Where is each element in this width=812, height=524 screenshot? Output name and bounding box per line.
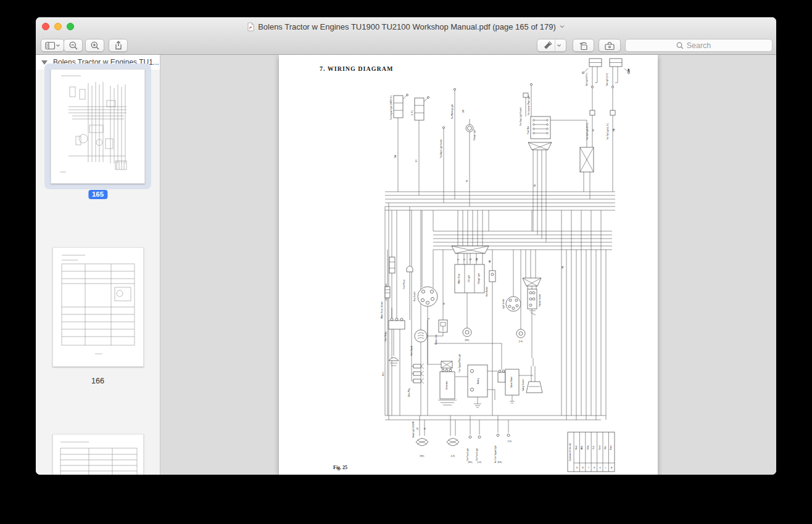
zoom-out-button[interactable] [64, 39, 83, 52]
legend-color-letter: B [576, 467, 578, 469]
legend-color-name: Black [575, 445, 578, 449]
thumbnail-table-sketch [53, 248, 143, 366]
license-plate-light-label: For License Plate Light [528, 96, 530, 115]
legend-color-name: Brown [610, 445, 612, 450]
charge-light-top-label: Charge Light [473, 129, 476, 141]
zoom-in-button[interactable] [85, 39, 104, 52]
magnifier-plus-icon [90, 41, 100, 51]
water-temp-label: Water Temp [458, 273, 460, 284]
turn-signal-rh-label: Turn Signal Light 25W (R.H.) [390, 96, 392, 120]
markup-button[interactable] [537, 39, 566, 52]
head-light-label: Head Light 25/25W [412, 422, 415, 438]
chevron-down-icon[interactable] [557, 44, 561, 47]
wire-code: 1300 [462, 110, 465, 113]
for-front-light-rh-label: For Front Light [466, 448, 469, 461]
wire-code: YR [443, 303, 445, 305]
component-horn-flasher-group: Horn Relay Horn Signal Flasher Unit Turn… [384, 318, 525, 372]
legend-color-name: White [581, 445, 583, 449]
legend-color-letter: Y [588, 467, 589, 469]
chevron-down-icon [56, 44, 60, 47]
pilot-lh-label: (L.H.) [519, 340, 523, 343]
starter-motor-label: Starter Motor [510, 377, 513, 388]
light-switch-label: Light Switch [502, 298, 505, 309]
tail-light-rh-label: Tail Light (R.H.) [586, 73, 588, 86]
legend-color-letter: R [594, 467, 595, 469]
component-head-lights: Head Light 25/25W (R.H.) (L.H.) For Fron… [412, 422, 512, 464]
pdf-document-icon [247, 22, 255, 31]
stop-light-switch-label: For Stop Light Switch [520, 107, 522, 126]
flasher-switch-label: Flasher Switch [539, 294, 541, 307]
sidebar-view-button[interactable] [41, 39, 64, 52]
for-front-light-lh-label: For Front Light [476, 448, 478, 461]
title-proxy-chevron-icon[interactable] [559, 24, 565, 29]
wire-code: GW [394, 155, 397, 158]
thumbnail-table-sketch [53, 435, 143, 475]
for-tail-light-lh-label: For Tail Light (L.H.) [607, 123, 609, 139]
fuse-box-label: Fuse Box [527, 126, 529, 134]
titlebar: Bolens Tractor w Engines TU1900 TU2100 W… [36, 17, 776, 36]
head-light-rh-label: (R.H.) [420, 455, 425, 457]
turn-conn-lh-tag: (L.H.) [508, 440, 512, 443]
markup-pen-icon [542, 41, 553, 50]
share-icon [113, 40, 123, 51]
wire-code: YB [466, 180, 468, 182]
front-light-lh-tag: (L.H.) [478, 461, 482, 464]
thumbnail-page-next[interactable] [52, 434, 144, 475]
wiring-diagram: Turn Signal Light 25W (R.H.) (L.H.) For … [279, 55, 658, 475]
legend-color-name: Yellow [587, 445, 589, 450]
legend-color-name: Blue [604, 446, 607, 449]
thumbnail-page-166[interactable] [52, 247, 144, 367]
rotate-left-icon [578, 41, 589, 51]
markup-toolbar-button[interactable] [599, 39, 621, 52]
search-field[interactable] [625, 39, 773, 52]
wire-code: GW [476, 258, 478, 261]
thumbnail-page-165[interactable] [51, 69, 145, 184]
wire-code: WB [489, 260, 491, 263]
horn-button-label: Horn Button [486, 286, 488, 297]
legend-color-letter: G [600, 467, 601, 469]
page-number-badge: 165 [88, 190, 107, 199]
oil-light-label: Oil Light [468, 275, 470, 282]
generator-label: Generator [445, 381, 448, 390]
search-input[interactable] [626, 41, 772, 51]
mouse-cursor [628, 68, 630, 72]
legend-title: Explanation of color code [569, 443, 571, 461]
safety-switch-label: Safety Switch [522, 379, 524, 391]
wire-code: B [457, 259, 460, 260]
back-light-switch-label: For Back Light Switch [440, 139, 442, 158]
wire-code: RW [613, 128, 615, 131]
wire-code: YL [463, 258, 466, 261]
share-button[interactable] [109, 39, 128, 52]
wire-code: RY [592, 129, 595, 131]
component-tail-lights: Tail Light (R.H.) Tail Light (L.H.) For … [582, 59, 630, 139]
component-light-switches: Light Switch Flasher Switch [502, 278, 541, 315]
component-top-connectors: For Working Light For Back Light Switch … [440, 83, 532, 158]
horn-label: Horn [382, 372, 384, 376]
head-light-lh-label: (L.H.) [451, 455, 455, 457]
magnifier-minus-icon [68, 41, 78, 51]
working-light-label: For Working Light [451, 104, 454, 119]
thumbnail-sidebar: Bolens Tractor w Engines TU1... [36, 55, 160, 475]
rotate-button[interactable] [573, 39, 594, 52]
for-turn-signal-light-label: For Turn Signal Light [494, 446, 497, 464]
battery-label: Battery [477, 378, 479, 384]
wire-code: YB [470, 258, 472, 261]
turn-signal-pilot-label: Turn Signal Pilot Light [458, 354, 461, 372]
sidebar-panel-icon [45, 41, 56, 50]
component-fuse-box: Fuse Box [527, 117, 594, 172]
page-number-label: 166 [36, 377, 160, 385]
horn-signal-label: Horn Signal [410, 346, 413, 356]
legend-color-name: Green [599, 445, 601, 450]
horn-relay-label: Horn Relay [384, 332, 387, 342]
pdf-scroll-area: 7. WIRING DIAGRAM Fig. 25 [160, 55, 776, 475]
color-code-legend: Explanation of color code Black White Ye… [568, 432, 615, 472]
search-icon [676, 42, 684, 49]
segment-divider [555, 39, 555, 51]
glow-plug-label: Glow Plug [408, 388, 410, 397]
wire-code: GY [415, 160, 418, 162]
wire-code: RY [416, 427, 419, 430]
preview-window: Bolens Tractor w Engines TU1900 TU2100 W… [36, 17, 776, 475]
turn-conn-rh-tag: (R.H.) [498, 461, 502, 464]
component-engine-electrics: Horn Glow Plug Generator Battery St [382, 358, 542, 399]
flasher-unit-label: Flasher Unit [435, 335, 437, 345]
